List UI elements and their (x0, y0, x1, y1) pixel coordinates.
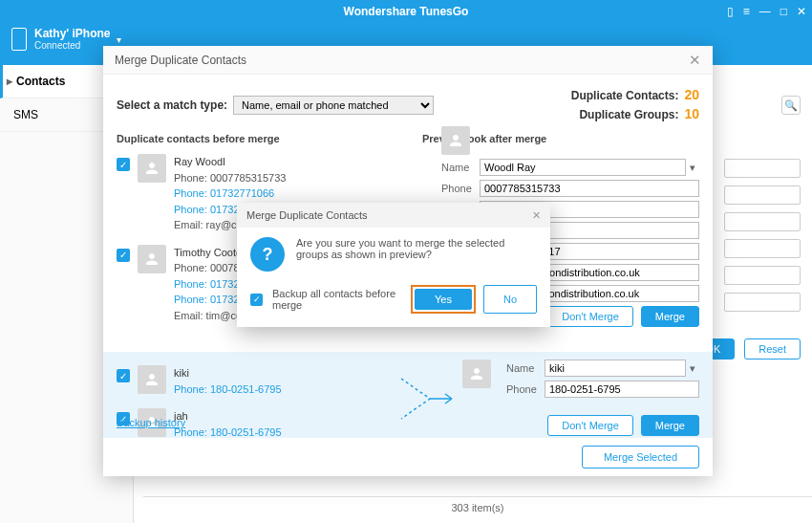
dialog-close-icon[interactable]: ✕ (689, 52, 701, 69)
contact-item: ✓ kiki Phone: 180-0251-6795 (117, 360, 405, 403)
bg-field[interactable] (724, 266, 801, 285)
contact-group-highlighted: ✓ kiki Phone: 180-0251-6795 ✓ jah Phone:… (103, 352, 713, 438)
device-status: Connected (34, 40, 111, 51)
status-bar: 303 item(s) (143, 496, 812, 517)
bg-field[interactable] (724, 293, 801, 312)
close-icon[interactable]: ✕ (797, 5, 806, 18)
match-type-select[interactable]: Name, email or phone matched (233, 96, 434, 115)
menu-icon[interactable]: ≡ (743, 5, 750, 18)
preview-name-input[interactable] (480, 159, 686, 176)
phone-label: Phone (506, 383, 545, 395)
reset-button[interactable]: Reset (744, 338, 801, 360)
chevron-down-icon[interactable]: ▾ (686, 362, 699, 375)
merge-selected-button[interactable]: Merge Selected (582, 446, 699, 469)
contact-checkbox[interactable]: ✓ (117, 369, 130, 382)
bg-field[interactable] (724, 185, 801, 205)
contact-line: Phone: 180-0251-6795 (174, 381, 405, 398)
user-icon[interactable]: ▯ (727, 5, 734, 18)
merge-button[interactable]: Merge (641, 415, 699, 436)
confirm-close-icon[interactable]: ✕ (532, 209, 541, 222)
contact-name: kiki (174, 365, 405, 381)
confirm-message: Are you sure you want to merge the selec… (296, 237, 537, 272)
bg-field[interactable] (724, 159, 801, 178)
merge-button[interactable]: Merge (641, 306, 699, 327)
item-count: 303 item(s) (451, 502, 503, 513)
name-label: Name (506, 362, 545, 374)
minimize-icon[interactable]: — (759, 5, 771, 18)
avatar-icon (138, 365, 166, 394)
yes-button[interactable]: Yes (415, 289, 472, 310)
bg-field[interactable] (724, 212, 801, 231)
dup-groups-value: 10 (684, 106, 699, 121)
contact-checkbox[interactable]: ✓ (117, 158, 130, 171)
name-label: Name (441, 162, 480, 173)
question-icon: ? (250, 237, 285, 272)
merge-arrow-icon (399, 375, 457, 423)
contact-line: Phone: 180-0251-6795 (174, 425, 405, 438)
bg-field[interactable] (724, 239, 801, 258)
match-label: Select a match type: (117, 98, 227, 112)
app-title: Wondershare TunesGo (344, 5, 469, 18)
confirm-title: Merge Duplicate Contacts (246, 209, 368, 221)
no-button[interactable]: No (483, 285, 537, 314)
maximize-icon[interactable]: □ (780, 5, 787, 18)
dup-groups-label: Duplicate Groups: (579, 108, 678, 121)
preview-phone-input[interactable] (545, 381, 699, 398)
phone-icon (11, 28, 27, 51)
chevron-down-icon[interactable]: ▾ (686, 162, 699, 174)
title-bar: Wondershare TunesGo ▯ ≡ — □ ✕ (0, 0, 812, 23)
yes-highlight: Yes (411, 285, 476, 314)
search-icon[interactable]: 🔍 (781, 96, 801, 115)
contact-line: Phone: 01732771066 (174, 185, 422, 202)
dont-merge-button[interactable]: Don't Merge (547, 306, 633, 327)
contact-name: jah (174, 408, 405, 425)
contact-line: Phone: 0007785315733 (174, 170, 422, 186)
contact-checkbox[interactable]: ✓ (117, 249, 130, 262)
before-label: Duplicate contacts before merge (117, 133, 422, 144)
backup-checkbox[interactable]: ✓ (250, 294, 263, 306)
dup-contacts-value: 20 (684, 87, 699, 102)
phone-label: Phone (441, 183, 480, 194)
dup-contacts-label: Duplicate Contacts: (571, 89, 679, 102)
preview-phone-input[interactable] (480, 180, 699, 197)
dialog-title: Merge Duplicate Contacts (115, 54, 246, 67)
dont-merge-button[interactable]: Don't Merge (547, 415, 633, 436)
device-dropdown-icon[interactable]: ▾ (117, 34, 121, 45)
avatar-icon (138, 245, 166, 273)
contact-name: Ray Woodl (174, 154, 422, 170)
backup-checkbox-label: Backup all contacts before merge (272, 288, 401, 311)
avatar-icon (441, 126, 470, 155)
backup-history-link[interactable]: Backup history (117, 417, 185, 428)
confirm-dialog: Merge Duplicate Contacts ✕ ? Are you sur… (237, 203, 550, 327)
preview-name-input[interactable] (545, 360, 686, 377)
avatar-icon (462, 360, 491, 388)
device-name: Kathy' iPhone (34, 28, 111, 40)
avatar-icon (138, 154, 166, 183)
